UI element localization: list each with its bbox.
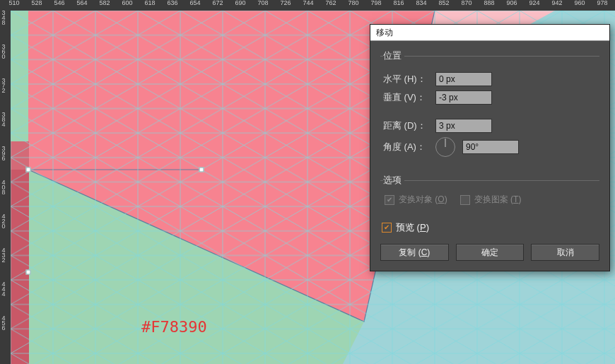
ruler-tick: 690 [235,0,245,6]
ruler-tick: 942 [551,0,562,6]
cancel-button[interactable]: 取消 [531,244,599,261]
ruler-vertical[interactable]: 3 4 83 6 03 7 23 8 43 9 64 0 84 2 04 3 2… [0,11,11,364]
copy-button[interactable]: 复制 (C) [380,244,449,261]
ruler-tick: 924 [529,0,539,6]
ruler-tick: 798 [370,0,381,6]
ruler-tick: 960 [574,0,585,6]
angle-input[interactable] [462,140,519,154]
transform-pattern-label: 变换图案 (T) [474,194,522,206]
ruler-tick: 4 0 8 [1,180,6,195]
ruler-tick: 636 [167,0,177,6]
preview-checkbox[interactable]: ✔ [382,223,392,233]
color-annotation: #F78390 [141,318,207,336]
ruler-tick: 4 3 2 [1,248,6,263]
ruler-tick: 906 [506,0,517,6]
ruler-tick: 528 [31,0,42,6]
options-group: 选项 变换对象 (O) 变换图案 (T) [380,174,599,214]
ruler-tick: 564 [76,0,87,6]
ruler-tick: 510 [8,0,19,6]
options-group-label: 选项 [383,174,404,187]
vertical-input[interactable] [435,90,492,105]
ruler-tick: 546 [54,0,64,6]
ruler-tick: 3 9 6 [1,146,6,161]
ok-button[interactable]: 确定 [456,244,525,261]
ruler-tick: 780 [348,0,358,6]
position-group-label: 位置 [383,49,404,62]
transform-pattern-checkbox: 变换图案 (T) [460,194,522,206]
dialog-titlebar[interactable]: 移动 [370,25,609,41]
ruler-tick: 834 [416,0,426,6]
ruler-tick: 600 [122,0,132,6]
angle-dial[interactable] [435,137,455,157]
ruler-tick: 582 [99,0,110,6]
ruler-tick: 4 2 0 [1,214,6,229]
ruler-tick: 3 4 8 [1,11,6,25]
ruler-tick: 744 [303,0,313,6]
ruler-tick: 726 [280,0,291,6]
move-dialog: 移动 位置 水平 (H)： 垂直 (V)： 距离 (D)： [370,24,610,271]
anchor-point[interactable] [26,168,31,172]
anchor-point[interactable] [26,270,31,275]
ruler-tick: 672 [212,0,223,6]
distance-input[interactable] [435,119,492,133]
ruler-tick: 3 7 2 [1,78,6,93]
vertical-label: 垂直 (V)： [383,91,431,104]
horizontal-input[interactable] [435,72,492,86]
ruler-tick: 654 [189,0,200,6]
ruler-tick: 618 [144,0,155,6]
app-window: 5105285465645826006186366546726907087267… [0,0,615,364]
transform-object-label: 变换对象 (O) [399,194,447,206]
horizontal-label: 水平 (H)： [383,73,431,86]
ruler-tick: 852 [438,0,449,6]
dialog-title: 移动 [376,28,393,37]
anchor-point[interactable] [199,168,204,172]
ruler-tick: 888 [484,0,494,6]
transform-object-checkbox: 变换对象 (O) [385,194,447,206]
ruler-tick: 3 6 0 [1,45,6,59]
ruler-tick: 978 [597,0,607,6]
ruler-tick: 762 [325,0,336,6]
preview-label: 预览 (P) [396,221,429,234]
ruler-tick: 4 4 4 [1,282,6,297]
ruler-tick: 4 5 6 [1,316,6,331]
distance-label: 距离 (D)： [383,119,431,132]
ruler-horizontal[interactable]: 5105285465645826006186366546726907087267… [0,0,615,11]
ruler-tick: 3 8 4 [1,112,6,127]
angle-label: 角度 (A)： [383,141,431,153]
ruler-tick: 816 [393,0,404,6]
ruler-tick: 708 [257,0,268,6]
position-group: 位置 水平 (H)： 垂直 (V)： 距离 (D)： 角度 (A)： [380,49,599,167]
ruler-tick: 870 [461,0,472,6]
